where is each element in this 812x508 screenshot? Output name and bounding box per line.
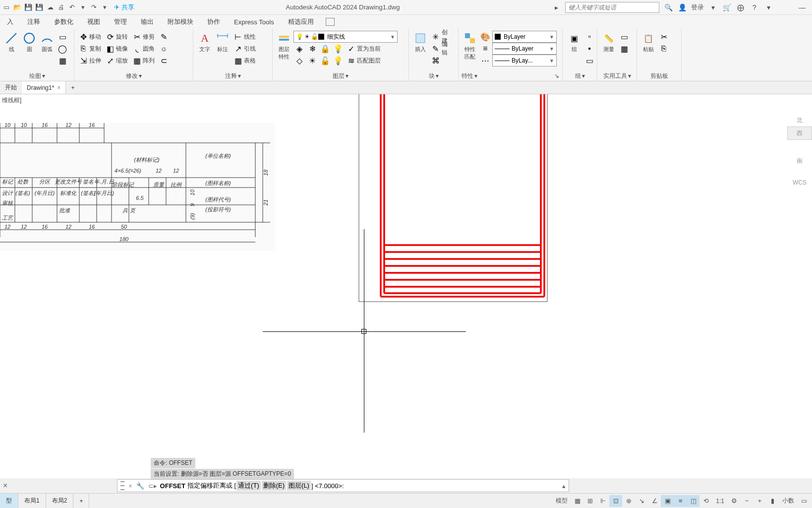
ungroup-button[interactable]: ▫ [583, 31, 595, 43]
tab-annotate[interactable]: 注释 [20, 15, 47, 29]
viewport-label[interactable]: 维线框] [2, 96, 21, 105]
panel-annot-title[interactable]: 注释 ▾ [196, 71, 269, 81]
signin-drop-icon[interactable]: ▾ [708, 2, 718, 12]
cart-icon[interactable]: 🛒 [722, 2, 732, 12]
undo-icon[interactable]: ↶ [67, 3, 76, 12]
close-tab-icon[interactable]: × [57, 84, 60, 91]
count-button[interactable]: ▦ [618, 43, 630, 55]
undo-drop-icon[interactable]: ▾ [78, 3, 87, 12]
tab-manage[interactable]: 管理 [107, 15, 134, 29]
panel-block-title[interactable]: 块 ▾ [412, 71, 455, 81]
isodraft-icon[interactable]: ↘ [635, 495, 648, 507]
hatch-button[interactable]: ▦ [57, 55, 68, 66]
explode-button[interactable]: ☼ [158, 43, 170, 55]
cmd-handle[interactable] [120, 481, 124, 490]
units-icon[interactable]: ▮ [766, 495, 779, 507]
fillet-button[interactable]: ◟圆角 [131, 43, 157, 55]
table-button[interactable]: ▦表格 [232, 55, 258, 66]
circle-button[interactable]: 圆 [21, 31, 38, 54]
new-tab-button[interactable]: + [66, 81, 79, 94]
help-drop-icon[interactable]: ▾ [763, 2, 773, 12]
model-space-button[interactable]: 模型 [552, 495, 571, 507]
search-input[interactable] [565, 2, 659, 13]
open-icon[interactable]: 📂 [13, 3, 22, 12]
app-icon[interactable]: ⨁ [736, 2, 746, 12]
match-layer-button[interactable]: ≋匹配图层 [345, 55, 383, 66]
group-button[interactable]: ▣组 [566, 31, 582, 54]
panel-draw-title[interactable]: 绘图 ▾ [3, 71, 71, 81]
erase-button[interactable]: ✎ [158, 31, 170, 43]
otrack-icon[interactable]: ∠ [648, 495, 661, 507]
edit-block-button[interactable]: ✎编辑 [430, 43, 455, 55]
tab-output[interactable]: 输出 [134, 15, 161, 29]
command-line[interactable]: × 🔧 ⊂▸ OFFSET 指定偏移距离或 [ 通过(T) 删除(E) 图层(L… [117, 479, 569, 492]
group-edit-button[interactable]: ▪ [583, 43, 595, 55]
layer-on-button[interactable]: 💡 [332, 55, 344, 66]
text-button[interactable]: A文字 [196, 31, 213, 54]
help-icon[interactable]: ? [750, 2, 759, 12]
grid-icon[interactable]: ▦ [571, 495, 583, 507]
lweight-combo[interactable]: ByLayer▼ [492, 43, 557, 55]
user-icon[interactable]: 👤 [677, 2, 687, 12]
add-layout-button[interactable]: + [73, 494, 89, 508]
array-button[interactable]: ▦阵列 [131, 55, 157, 66]
layout1-tab[interactable]: 布局1 [18, 494, 46, 508]
trim-button[interactable]: ✂修剪 [131, 31, 157, 43]
layer-lock-button[interactable]: 🔒 [319, 43, 331, 55]
wcs-label[interactable]: WCS [787, 177, 812, 188]
nav-north[interactable]: 北 [787, 114, 812, 127]
layout2-tab[interactable]: 布局2 [46, 494, 74, 508]
units-label[interactable]: 小数 [779, 495, 797, 507]
panel-utils-title[interactable]: 实用工具 ▾ [600, 71, 634, 81]
model-tab[interactable]: 型 [0, 494, 18, 508]
layer-uniso-button[interactable]: ◇ [293, 55, 305, 66]
tab-collab[interactable]: 协作 [200, 15, 227, 29]
select-button[interactable]: ▭ [618, 31, 630, 43]
tab-addins[interactable]: 附加模块 [161, 15, 200, 29]
cmd-opt-layer[interactable]: 图层(L) [287, 481, 311, 491]
saveall-icon[interactable]: 💾 [35, 3, 44, 12]
transparency-icon[interactable]: ◫ [687, 495, 699, 507]
copy-button[interactable]: ⎘复制 [77, 43, 103, 55]
cmd-close-icon[interactable]: × [128, 482, 132, 490]
signin-button[interactable]: 登录 [691, 3, 704, 12]
scale-button[interactable]: ⤢缩放 [104, 55, 130, 66]
tab-extra-icon[interactable] [326, 18, 335, 26]
cmd-opt-erase[interactable]: 删除(E) [262, 481, 286, 491]
paste-button[interactable]: 📋粘贴 [640, 31, 657, 54]
minimize-icon[interactable]: — [797, 2, 807, 12]
ltype-control-button[interactable]: ⋯ [479, 55, 491, 66]
match-props-button[interactable]: 特性 匹配 [462, 31, 478, 62]
cmd-opt-through[interactable]: 通过(T) [236, 481, 261, 491]
tab-parametric[interactable]: 参数化 [47, 15, 80, 29]
panel-modify-title[interactable]: 修改 ▾ [77, 71, 190, 81]
ellipse-button[interactable]: ◯ [57, 43, 68, 55]
tab-view[interactable]: 视图 [80, 15, 107, 29]
zoom-out-icon[interactable]: − [740, 495, 753, 507]
linear-button[interactable]: ⊢线性 [232, 31, 258, 43]
leader-button[interactable]: ↗引线 [232, 43, 258, 55]
gear-icon[interactable]: ⚙ [727, 495, 740, 507]
snap-icon[interactable]: ⊞ [583, 495, 596, 507]
nav-west[interactable]: 西 [787, 127, 812, 140]
tab-featured[interactable]: 精选应用 [281, 15, 321, 29]
rect-button[interactable]: ▭ [57, 31, 68, 43]
redo-drop-icon[interactable]: ▾ [100, 3, 109, 12]
color-control-button[interactable]: 🎨 [479, 31, 491, 43]
line-button[interactable]: 线 [3, 31, 20, 54]
insert-button[interactable]: 插入 [412, 31, 429, 54]
layer-thaw-button[interactable]: ☀ [306, 55, 318, 66]
navigation-cube[interactable]: 北 西 南 WCS [787, 114, 812, 188]
layer-combo[interactable]: 💡☀🔓 细实线 ▼ [293, 31, 398, 43]
stretch-button[interactable]: ⇲拉伸 [77, 55, 103, 66]
tab-express[interactable]: Express Tools [227, 15, 281, 29]
new-icon[interactable]: ▭ [2, 3, 11, 12]
block-attr-button[interactable]: ⌘ [430, 55, 455, 66]
start-tab[interactable]: 开始 [0, 81, 22, 94]
measure-button[interactable]: 📏测量 [600, 31, 617, 54]
layer-off-button[interactable]: 💡 [332, 43, 344, 55]
panel-groups-title[interactable]: 组 ▾ [566, 71, 594, 81]
copy-clip-button[interactable]: ⎘ [658, 43, 670, 55]
cycling-icon[interactable]: ⟲ [699, 495, 712, 507]
close-cmd-icon[interactable]: × [3, 481, 7, 490]
